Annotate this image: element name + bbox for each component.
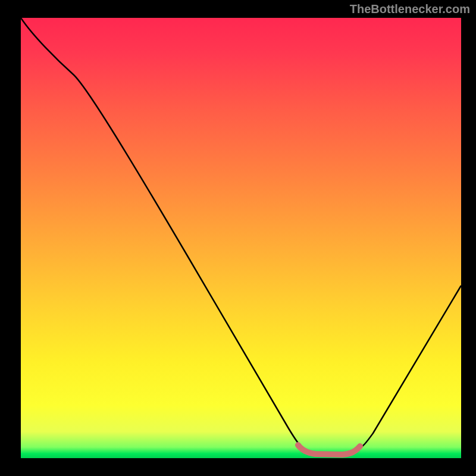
bottleneck-curve-line — [21, 18, 461, 455]
watermark-text: TheBottlenecker.com — [350, 2, 470, 16]
chart-svg — [21, 18, 461, 458]
optimal-range-marker — [298, 445, 360, 455]
chart-plot-area — [21, 18, 461, 458]
